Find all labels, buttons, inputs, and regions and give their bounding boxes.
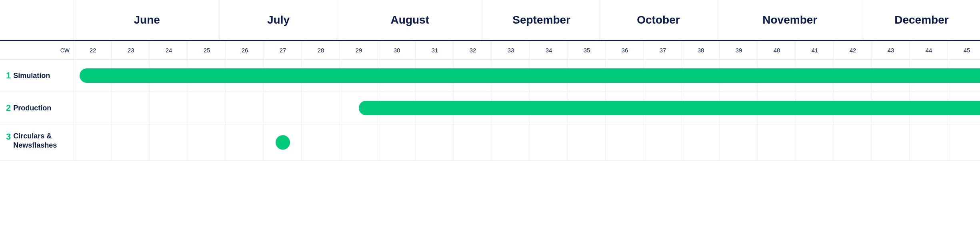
month-august: August [337,0,483,40]
row-label-circulars: 3 Circulars & Newsflashes [0,124,74,160]
grid-cell [74,124,112,160]
simulation-bar [80,68,980,83]
row-grid-production [74,92,980,124]
week-25: 25 [188,41,226,59]
grid-cell [796,124,834,160]
row-title-simulation: Simulation [13,71,50,80]
row-number-2: 2 [6,103,11,113]
week-29: 29 [340,41,378,59]
grid-cell [188,124,226,160]
week-42: 42 [834,41,872,59]
week-37: 37 [644,41,682,59]
grid-cell [416,124,454,160]
circulars-dot [276,135,290,150]
week-34: 34 [530,41,568,59]
grid-cell [644,124,682,160]
grid-cell [872,124,910,160]
grid-cell [530,124,568,160]
grid-cell [948,124,980,160]
row-title-circulars: Circulars & Newsflashes [13,132,57,150]
grid-cell [302,92,340,124]
weeks-header-row: CW 22 23 24 25 26 27 28 29 30 31 32 33 3… [0,41,980,60]
months-header-row: June July August September October Novem… [0,0,980,41]
grid-cell [264,92,302,124]
row-title-production: Production [13,104,51,113]
grid-cell [910,124,948,160]
label-col-spacer [0,0,74,40]
month-september: September [483,0,600,40]
grid-cell [758,124,796,160]
gantt-row-circulars: 3 Circulars & Newsflashes [0,124,980,161]
row-number-3: 3 [6,132,11,142]
week-33: 33 [492,41,530,59]
week-28: 28 [302,41,340,59]
grid-cell [150,124,188,160]
week-41: 41 [796,41,834,59]
row-label-production: 2 Production [0,92,74,124]
month-december: December [863,0,980,40]
week-38: 38 [682,41,720,59]
week-32: 32 [454,41,492,59]
month-october: October [600,0,717,40]
week-43: 43 [872,41,910,59]
week-35: 35 [568,41,606,59]
grid-cell [492,124,530,160]
week-31: 31 [416,41,454,59]
grid-cell [568,124,606,160]
week-44: 44 [910,41,948,59]
week-36: 36 [606,41,644,59]
week-30: 30 [378,41,416,59]
week-26: 26 [226,41,264,59]
grid-cell [720,124,758,160]
grid-cell [606,124,644,160]
row-grid-circulars [74,124,980,160]
grid-cell [378,124,416,160]
grid-cell [188,92,226,124]
grid-cell [340,124,378,160]
row-grid-simulation [74,60,980,92]
row-label-simulation: 1 Simulation [0,60,74,92]
gantt-row-simulation: 1 Simulation [0,60,980,92]
grid-cell [150,92,188,124]
week-27: 27 [264,41,302,59]
gantt-row-production: 2 Production [0,92,980,124]
month-july: July [220,0,337,40]
grid-cell [112,124,150,160]
production-bar [359,101,980,115]
grid-cell [834,124,872,160]
grid-cell [226,92,264,124]
week-22: 22 [74,41,112,59]
week-45: 45 [948,41,980,59]
week-39: 39 [720,41,758,59]
grid-cell [302,124,340,160]
month-november: November [717,0,863,40]
cw-label: CW [0,41,74,59]
week-40: 40 [758,41,796,59]
week-24: 24 [150,41,188,59]
gantt-chart: June July August September October Novem… [0,0,980,161]
grid-cell [112,92,150,124]
grid-cell [74,92,112,124]
row-number-1: 1 [6,70,11,81]
grid-cell [454,124,492,160]
grid-cell [682,124,720,160]
week-23: 23 [112,41,150,59]
grid-cell [226,124,264,160]
month-june: June [74,0,220,40]
